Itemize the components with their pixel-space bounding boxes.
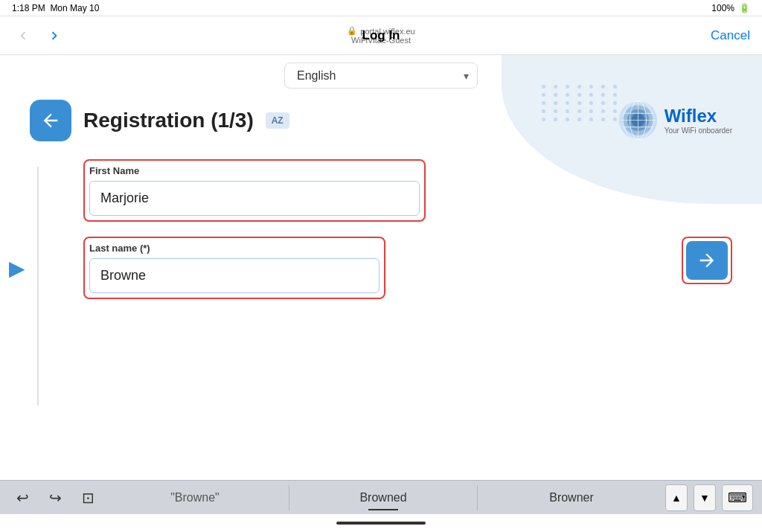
play-arrow-icon[interactable]: ▶ — [9, 255, 25, 280]
next-button[interactable] — [686, 241, 728, 280]
first-name-label: First Name — [89, 165, 420, 176]
cursor-down-button[interactable]: ▼ — [694, 484, 716, 511]
form-area: First Name Last name (*) — [83, 159, 732, 299]
cancel-button[interactable]: Cancel — [711, 28, 750, 43]
keyboard-toggle-button[interactable]: ⌨ — [722, 484, 753, 511]
last-name-container: Last name (*) — [83, 237, 385, 299]
undo-button[interactable]: ↩ — [9, 484, 36, 511]
forward-nav-button[interactable] — [43, 25, 65, 47]
paste-button[interactable]: ⊡ — [74, 484, 101, 511]
suggestion-right[interactable]: Browner — [478, 485, 665, 510]
autocomplete-suggestions: "Browne" Browned Browner — [101, 485, 665, 510]
status-right: 100% 🔋 — [711, 3, 750, 13]
last-name-row: Last name (*) — [83, 237, 732, 299]
first-name-group: First Name — [83, 159, 732, 222]
language-selector[interactable]: English French German Spanish ▾ — [284, 63, 478, 89]
language-dropdown[interactable]: English French German Spanish — [284, 63, 478, 89]
home-bar — [336, 522, 426, 525]
status-bar: 1:18 PM Mon May 10 100% 🔋 — [0, 0, 762, 16]
main-content: English French German Spanish ▾ Wiflex Y… — [0, 55, 762, 480]
translate-icon: AZ — [266, 112, 289, 129]
registration-area: Registration (1/3) AZ First Name Last na… — [30, 100, 732, 314]
submit-button-container — [682, 237, 732, 284]
suggestion-quoted[interactable]: "Browne" — [101, 485, 289, 510]
status-time: 1:18 PM Mon May 10 — [12, 3, 99, 13]
battery-icon: 🔋 — [739, 3, 750, 13]
first-name-input[interactable] — [89, 181, 420, 216]
nav-bar: 🔒 portal.wiflex.eu WiFiVitae-Guest Log I… — [0, 16, 762, 55]
suggestion-active[interactable]: Browned — [289, 485, 478, 510]
battery-percentage: 100% — [711, 3, 734, 13]
page-title: Log In — [362, 28, 400, 42]
first-name-container: First Name — [83, 159, 426, 222]
registration-back-button[interactable] — [30, 100, 71, 141]
nav-left — [12, 25, 65, 47]
back-nav-button[interactable] — [12, 25, 34, 47]
last-name-group: Last name (*) — [83, 237, 732, 299]
registration-title: Registration (1/3) — [83, 109, 254, 132]
registration-header: Registration (1/3) AZ — [30, 100, 732, 141]
last-name-input[interactable] — [89, 258, 380, 293]
redo-button[interactable]: ↪ — [42, 484, 68, 511]
lock-icon: 🔒 — [347, 26, 357, 36]
toolbar-left: ↩ ↪ ⊡ — [9, 484, 101, 511]
toolbar-right: ▲ ▼ ⌨ — [665, 484, 753, 511]
keyboard-toolbar: ↩ ↪ ⊡ "Browne" Browned Browner ▲ ▼ ⌨ — [0, 480, 762, 514]
last-name-label: Last name (*) — [89, 243, 380, 254]
cursor-up-button[interactable]: ▲ — [665, 484, 688, 511]
home-indicator — [0, 514, 762, 532]
